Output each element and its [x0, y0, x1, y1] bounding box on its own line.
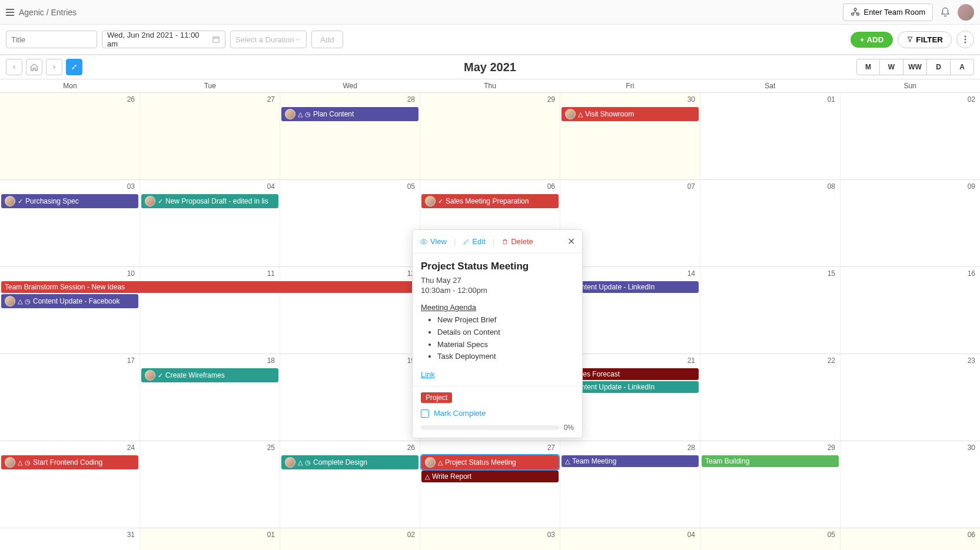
- calendar-cell[interactable]: 04: [560, 528, 700, 550]
- add-button[interactable]: +ADD: [851, 32, 893, 48]
- calendar-event[interactable]: ✓Purchasing Spec: [1, 194, 138, 208]
- warn-icon: △: [565, 458, 570, 465]
- mark-complete-checkbox[interactable]: Mark Complete: [421, 409, 574, 418]
- title-input[interactable]: [6, 31, 97, 48]
- calendar-cell[interactable]: 12: [280, 267, 420, 354]
- calendar-cell[interactable]: 04✓New Proposal Draft - edited in lis: [140, 180, 280, 266]
- calendar-cell[interactable]: 02: [841, 93, 980, 179]
- calendar-event[interactable]: ✓New Proposal Draft - edited in lis: [141, 194, 278, 208]
- calendar-cell[interactable]: 29Team Building: [700, 441, 841, 528]
- svg-point-7: [423, 241, 425, 243]
- calendar-cell[interactable]: 03: [420, 528, 560, 550]
- prev-button[interactable]: [6, 59, 22, 75]
- calendar-cell[interactable]: 05: [280, 180, 420, 266]
- calendar-cell[interactable]: 31: [0, 528, 140, 550]
- popup-delete-link[interactable]: Delete: [501, 237, 533, 246]
- calendar-cell[interactable]: 11: [140, 267, 280, 354]
- popup-edit-link[interactable]: Edit: [463, 237, 485, 246]
- calendar-cell[interactable]: 01: [140, 528, 280, 550]
- enter-team-room-button[interactable]: Enter Team Room: [843, 4, 933, 21]
- duration-select[interactable]: Select a Duration: [230, 31, 307, 48]
- calendar-cell[interactable]: 26: [0, 93, 140, 179]
- toolbar: Wed, Jun 2nd 2021 - 11:00 am Select a Du…: [0, 25, 980, 55]
- calendar-cell[interactable]: 09: [841, 180, 980, 266]
- notifications-icon[interactable]: [940, 7, 951, 18]
- agenda-list: New Project BriefDetails on ContentMater…: [437, 314, 574, 363]
- calendar-cell[interactable]: 30: [841, 441, 980, 528]
- calendar-cell[interactable]: 02: [280, 528, 420, 550]
- calendar-cell[interactable]: 03✓Purchasing Spec: [0, 180, 140, 266]
- calendar-cell[interactable]: 29: [420, 93, 560, 179]
- calendar-event[interactable]: △Project Status Meeting: [421, 455, 559, 469]
- event-avatar: [5, 296, 15, 306]
- calendar-cell[interactable]: 19: [280, 354, 420, 441]
- calendar-title: May 2021: [464, 61, 516, 74]
- calendar-cell[interactable]: 22: [700, 354, 841, 441]
- popup-tag[interactable]: Project: [421, 392, 452, 403]
- date-number: 01: [828, 95, 835, 104]
- calendar-event[interactable]: Team Brainstorm Session - New Ideas: [1, 281, 414, 293]
- calendar-cell[interactable]: 05: [700, 528, 841, 550]
- calendar-event[interactable]: △◷Content Update - Facebook: [1, 294, 138, 308]
- day-header-cell: Fri: [560, 79, 700, 92]
- progress-bar[interactable]: [421, 425, 559, 430]
- calendar-event[interactable]: △◷Complete Design: [281, 455, 418, 469]
- calendar-cell[interactable]: 17: [0, 354, 140, 441]
- calendar-event[interactable]: △Write Report: [421, 471, 559, 482]
- calendar-cell[interactable]: 16: [841, 267, 980, 354]
- calendar-event[interactable]: △Visit Showroom: [562, 107, 699, 121]
- calendar-cell[interactable]: 06: [841, 528, 980, 550]
- pencil-icon: [463, 238, 470, 245]
- view-d[interactable]: D: [927, 59, 951, 75]
- calendar-cell[interactable]: 27: [140, 93, 280, 179]
- view-ww[interactable]: WW: [903, 59, 927, 75]
- calendar-cell[interactable]: 10Team Brainstorm Session - New Ideas△◷C…: [0, 267, 140, 354]
- hamburger-icon[interactable]: [6, 9, 14, 16]
- today-button[interactable]: [26, 59, 42, 75]
- date-number: 05: [407, 182, 415, 191]
- day-header: MonTueWedThuFriSatSun: [0, 79, 980, 93]
- event-avatar: [5, 457, 15, 468]
- calendar-event[interactable]: △◷Start Frontend Coding: [1, 455, 138, 469]
- date-number: 06: [547, 182, 555, 191]
- calendar-cell[interactable]: 01: [700, 93, 841, 179]
- calendar-cell[interactable]: 15: [700, 267, 841, 354]
- calendar-cell[interactable]: 28△Team Meeting: [560, 441, 700, 528]
- expand-button[interactable]: [66, 59, 82, 75]
- user-avatar[interactable]: [958, 4, 974, 21]
- calendar-event[interactable]: ✓Create Wireframes: [141, 368, 278, 382]
- team-icon: [851, 8, 860, 17]
- calendar-cell[interactable]: 28△◷Plan Content: [280, 93, 420, 179]
- date-picker[interactable]: Wed, Jun 2nd 2021 - 11:00 am: [102, 31, 225, 48]
- date-number: 26: [407, 444, 415, 452]
- calendar-cell[interactable]: 24△◷Start Frontend Coding: [0, 441, 140, 528]
- calendar-event[interactable]: △◷Plan Content: [281, 107, 418, 121]
- popup-close-button[interactable]: ✕: [567, 236, 575, 247]
- calendar-cell[interactable]: 26△◷Complete Design: [280, 441, 420, 528]
- calendar-cell[interactable]: 30△Visit Showroom: [560, 93, 700, 179]
- calendar-cell[interactable]: 23: [841, 354, 980, 441]
- date-number: 29: [828, 444, 835, 452]
- view-w[interactable]: W: [880, 59, 903, 75]
- calendar-event[interactable]: Team Building: [702, 455, 839, 467]
- breadcrumb-app[interactable]: Agenic: [19, 8, 44, 17]
- calendar-event[interactable]: ✓Sales Meeting Preparation: [421, 194, 559, 208]
- day-header-cell: Sun: [840, 79, 980, 92]
- popup-view-link[interactable]: View: [420, 237, 447, 246]
- popup-link[interactable]: Link: [421, 370, 435, 379]
- view-a[interactable]: A: [951, 59, 974, 75]
- calendar-event[interactable]: △Team Meeting: [562, 455, 699, 467]
- calendar-cell[interactable]: 25: [140, 441, 280, 528]
- date-number: 30: [687, 95, 695, 104]
- date-number: 11: [267, 269, 275, 278]
- more-menu[interactable]: [956, 31, 974, 48]
- calendar-cell[interactable]: 27△Project Status Meeting△Write Report: [420, 441, 560, 528]
- check-icon: ✓: [158, 198, 163, 205]
- calendar-cell[interactable]: 18✓Create Wireframes: [140, 354, 280, 441]
- svg-point-6: [965, 42, 966, 44]
- next-button[interactable]: [46, 59, 62, 75]
- add-small-button[interactable]: Add: [311, 31, 343, 48]
- filter-button[interactable]: FILTER: [898, 31, 952, 48]
- calendar-cell[interactable]: 08: [700, 180, 841, 266]
- view-m[interactable]: M: [856, 59, 880, 75]
